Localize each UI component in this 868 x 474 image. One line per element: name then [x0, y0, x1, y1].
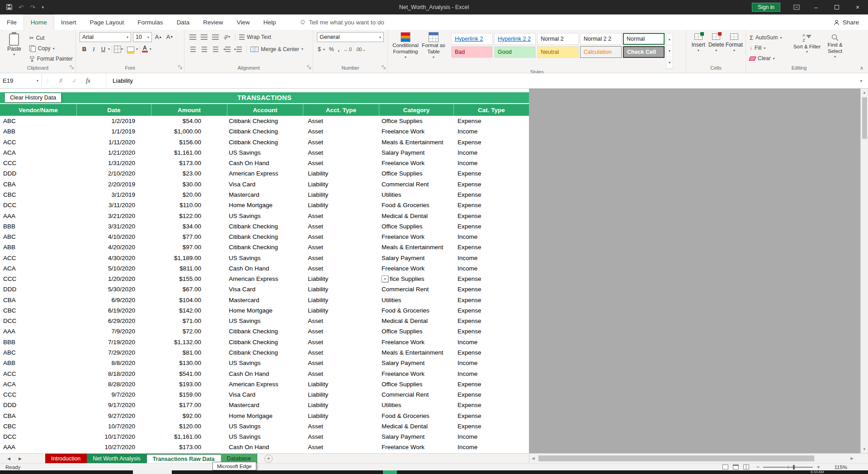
- table-cell[interactable]: Liability: [303, 200, 379, 210]
- ribbon-display-options-icon[interactable]: [788, 0, 806, 14]
- cell-style-bad[interactable]: Bad: [451, 46, 493, 58]
- table-cell[interactable]: Asset: [303, 116, 379, 126]
- table-cell[interactable]: 3/21/2020: [77, 210, 151, 221]
- table-cell[interactable]: Asset: [303, 158, 379, 168]
- table-cell[interactable]: $30.00: [151, 179, 227, 190]
- table-cell[interactable]: Salary Payment: [379, 431, 454, 442]
- table-cell[interactable]: Asset: [303, 368, 379, 379]
- cell-style-neutral[interactable]: Neutral: [537, 46, 579, 58]
- table-cell[interactable]: 10/27/2020: [77, 442, 151, 452]
- qat-customize-icon[interactable]: ▾: [42, 5, 44, 9]
- table-cell[interactable]: Asset: [303, 442, 379, 452]
- name-box[interactable]: E19▾: [0, 73, 42, 88]
- cell-dropdown-icon[interactable]: ▾: [382, 275, 388, 282]
- table-cell[interactable]: 8/18/2020: [77, 368, 151, 379]
- table-cell[interactable]: 6/29/2020: [77, 316, 151, 326]
- table-cell[interactable]: Meals & Entertainment: [379, 137, 454, 147]
- copy-button[interactable]: Copy▾: [29, 44, 73, 53]
- merge-center-button[interactable]: Merge & Center▾: [250, 45, 303, 54]
- gallery-up-icon[interactable]: ▲: [666, 33, 673, 45]
- table-cell[interactable]: $173.00: [151, 442, 227, 452]
- increase-indent-icon[interactable]: ▸: [233, 44, 243, 54]
- expand-formula-bar-icon[interactable]: ▾: [854, 79, 868, 83]
- table-cell[interactable]: BBB: [0, 337, 77, 347]
- table-cell[interactable]: Expense: [454, 410, 529, 421]
- table-cell[interactable]: DCC: [0, 316, 77, 326]
- table-cell[interactable]: Cash On Hand: [227, 368, 303, 379]
- table-cell[interactable]: Liability: [303, 295, 379, 305]
- font-dialog-launcher-icon[interactable]: [178, 63, 182, 71]
- align-left-icon[interactable]: [188, 44, 198, 54]
- table-cell[interactable]: Asset: [303, 316, 379, 326]
- table-cell[interactable]: 5/10/2020: [77, 263, 151, 274]
- table-cell[interactable]: CBC: [0, 305, 77, 316]
- table-cell[interactable]: $177.00: [151, 400, 227, 410]
- new-sheet-button[interactable]: +: [264, 455, 273, 463]
- table-cell[interactable]: Asset: [303, 358, 379, 368]
- table-cell[interactable]: CBA: [0, 179, 77, 190]
- table-cell[interactable]: Mastercard: [227, 190, 303, 200]
- table-cell[interactable]: 1/1/2019: [77, 126, 151, 137]
- vertical-scroll-thumb[interactable]: [862, 97, 867, 139]
- paste-dropdown-icon[interactable]: ▾: [13, 52, 15, 57]
- align-top-icon[interactable]: [188, 32, 198, 42]
- grow-font-button[interactable]: A▲: [154, 32, 163, 42]
- table-cell[interactable]: Liability: [303, 389, 379, 400]
- table-cell[interactable]: 3/11/2020: [77, 200, 151, 210]
- wrap-text-button[interactable]: Wrap Text: [239, 33, 271, 42]
- table-cell[interactable]: US Savings: [227, 358, 303, 368]
- table-cell[interactable]: CBA: [0, 410, 77, 421]
- table-cell[interactable]: ABC: [0, 232, 77, 242]
- table-cell[interactable]: 9/17/2020: [77, 400, 151, 410]
- table-cell[interactable]: Office Supplies: [379, 116, 454, 126]
- menu-tab-home[interactable]: Home: [24, 14, 54, 30]
- table-cell[interactable]: Visa Card: [227, 389, 303, 400]
- clear-history-data-button[interactable]: Clear History Data: [5, 93, 61, 103]
- zoom-slider-thumb[interactable]: [793, 465, 795, 469]
- table-cell[interactable]: ACA: [0, 263, 77, 274]
- bold-button[interactable]: B: [80, 44, 89, 54]
- column-header-date[interactable]: Date: [77, 104, 151, 116]
- table-cell[interactable]: $142.00: [151, 305, 227, 316]
- clipboard-dialog-launcher-icon[interactable]: [70, 63, 74, 71]
- table-cell[interactable]: AAA: [0, 326, 77, 337]
- table-cell[interactable]: DDD: [0, 284, 77, 294]
- table-cell[interactable]: Expense: [454, 221, 529, 232]
- horizontal-scroll-thumb[interactable]: [538, 455, 814, 461]
- table-cell[interactable]: 7/29/2020: [77, 347, 151, 358]
- table-cell[interactable]: Office Supplies: [379, 379, 454, 389]
- table-cell[interactable]: Asset: [303, 242, 379, 252]
- table-cell[interactable]: Expense: [454, 326, 529, 337]
- table-cell[interactable]: Citibank Checking: [227, 326, 303, 337]
- page-layout-view-icon[interactable]: [733, 465, 739, 469]
- column-header-amount[interactable]: Amount: [151, 104, 227, 116]
- table-cell[interactable]: Home Mortgage: [227, 200, 303, 210]
- formula-bar-handle[interactable]: ⋮: [42, 78, 54, 84]
- table-cell[interactable]: Asset: [303, 221, 379, 232]
- table-cell[interactable]: Cash On Hand: [227, 442, 303, 452]
- format-painter-button[interactable]: Format Painter: [29, 54, 73, 63]
- table-cell[interactable]: DCC: [0, 431, 77, 442]
- table-cell[interactable]: $155.00: [151, 274, 227, 284]
- tell-me-box[interactable]: Tell me what you want to do: [300, 14, 384, 30]
- table-cell[interactable]: $92.00: [151, 410, 227, 421]
- table-cell[interactable]: 2/20/2019: [77, 179, 151, 190]
- table-cell[interactable]: 2/10/2020: [77, 168, 151, 179]
- table-cell[interactable]: Medical & Dental: [379, 316, 454, 326]
- table-cell[interactable]: 10/7/2020: [77, 421, 151, 431]
- scroll-left-icon[interactable]: ◀: [529, 456, 537, 460]
- table-cell[interactable]: Salary Payment: [379, 358, 454, 368]
- table-cell[interactable]: Visa Card: [227, 179, 303, 190]
- table-cell[interactable]: Meals & Entertainment: [379, 347, 454, 358]
- table-cell[interactable]: $156.00: [151, 137, 227, 147]
- table-cell[interactable]: Expense: [454, 210, 529, 221]
- menu-tab-review[interactable]: Review: [196, 14, 230, 30]
- table-cell[interactable]: Expense: [454, 295, 529, 305]
- zoom-out-icon[interactable]: −: [756, 464, 760, 470]
- table-cell[interactable]: CBC: [0, 190, 77, 200]
- table-cell[interactable]: US Savings: [227, 147, 303, 158]
- fill-button[interactable]: ↓Fill▾: [750, 43, 793, 52]
- table-cell[interactable]: Income: [454, 263, 529, 274]
- table-cell[interactable]: Cash On Hand: [227, 263, 303, 274]
- table-cell[interactable]: 6/9/2020: [77, 295, 151, 305]
